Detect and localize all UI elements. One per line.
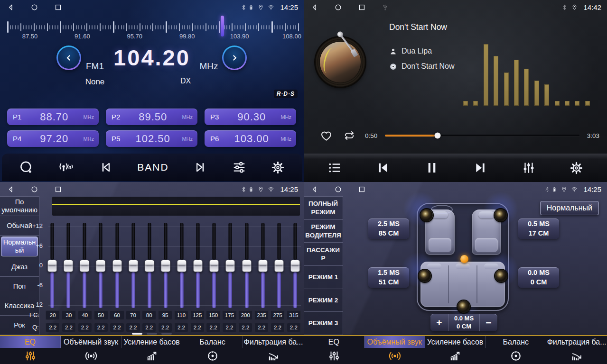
fc-value-box[interactable]: 175 xyxy=(222,310,236,320)
back-icon[interactable] xyxy=(7,185,15,193)
fc-value-box[interactable]: 125 xyxy=(190,310,205,320)
delay-front-left-button[interactable]: 2.5 MS 85 CM xyxy=(368,218,409,239)
tab-bass-boost[interactable]: Усиление басов xyxy=(121,336,182,364)
q-value-box[interactable]: 2.2 xyxy=(142,323,156,332)
surround-mode-item[interactable]: ПОЛНЫЙ РЕЖИМ xyxy=(304,197,343,220)
eq-preset-item[interactable]: По умолчанию xyxy=(0,197,39,216)
eq-band-slider[interactable] xyxy=(128,222,139,309)
home-icon[interactable] xyxy=(30,3,38,11)
home-icon[interactable] xyxy=(334,3,342,11)
tab-filter[interactable]: Фильтрация ба... xyxy=(243,336,304,364)
playlist-icon[interactable] xyxy=(327,161,342,175)
back-icon[interactable] xyxy=(7,3,15,11)
q-value-box[interactable]: 2.2 xyxy=(287,323,301,332)
recents-icon[interactable] xyxy=(54,3,62,11)
q-value-box[interactable]: 2.2 xyxy=(46,323,60,332)
preset-button-6[interactable]: P6103.00MHz xyxy=(205,130,296,147)
q-value-box[interactable]: 2.2 xyxy=(254,323,269,332)
eq-band-slider[interactable] xyxy=(257,222,269,309)
recents-icon[interactable] xyxy=(54,185,62,193)
eq-band-slider[interactable] xyxy=(160,222,171,309)
fc-value-box[interactable]: 235 xyxy=(254,310,269,320)
surround-mode-item[interactable]: РЕЖИМ 1 xyxy=(304,266,343,289)
broadcast-scan-icon[interactable] xyxy=(58,160,74,174)
gear-icon[interactable] xyxy=(271,161,285,174)
eq-band-slider[interactable] xyxy=(144,222,155,309)
tab-surround[interactable]: Объёмный звук xyxy=(61,336,121,364)
audio-settings-icon[interactable] xyxy=(232,160,246,174)
delay-front-right-button[interactable]: 0.5 MS 17 CM xyxy=(518,218,559,239)
surround-mode-item[interactable]: РЕЖИМ ВОДИТЕЛЯ xyxy=(304,220,343,243)
fc-value-box[interactable]: 30 xyxy=(62,310,76,320)
fc-value-box[interactable]: 60 xyxy=(110,310,124,320)
eq-band-slider[interactable] xyxy=(208,222,220,309)
preset-button-1[interactable]: P188.70MHz xyxy=(7,109,99,125)
eq-band-slider[interactable] xyxy=(63,222,74,309)
preset-button-5[interactable]: P5102.50MHz xyxy=(106,130,197,147)
q-value-box[interactable]: 2.2 xyxy=(271,323,285,332)
tab-eq[interactable]: EQ xyxy=(0,336,61,364)
delay-rear-right-button[interactable]: 0.0 MS 0 CM xyxy=(518,267,559,288)
fc-value-box[interactable]: 315 xyxy=(287,310,301,320)
surround-mode-item[interactable]: РЕЖИМ 3 xyxy=(304,312,343,335)
fc-value-box[interactable]: 150 xyxy=(206,310,220,320)
q-value-box[interactable]: 2.2 xyxy=(222,323,236,332)
repeat-icon[interactable] xyxy=(343,129,355,142)
eq-band-slider[interactable] xyxy=(47,222,58,309)
q-value-box[interactable]: 2.2 xyxy=(94,323,108,332)
surround-mode-item[interactable]: РЕЖИМ 2 xyxy=(304,289,343,312)
eq-band-slider[interactable] xyxy=(273,222,285,309)
fc-value-box[interactable]: 70 xyxy=(126,310,140,320)
back-icon[interactable] xyxy=(310,185,318,193)
preset-button-4[interactable]: P497.20MHz xyxy=(7,130,99,147)
eq-band-slider[interactable] xyxy=(224,222,236,309)
fc-value-box[interactable]: 80 xyxy=(142,310,156,320)
preset-button-3[interactable]: P390.30MHz xyxy=(205,109,296,125)
q-value-box[interactable]: 2.2 xyxy=(190,323,205,332)
q-value-box[interactable]: 2.2 xyxy=(62,323,76,332)
eq-band-slider[interactable] xyxy=(241,222,252,309)
q-value-box[interactable]: 2.2 xyxy=(206,323,220,332)
eq-band-slider[interactable] xyxy=(176,222,187,309)
fc-value-box[interactable]: 50 xyxy=(94,310,108,320)
frequency-scale[interactable]: 87.5091.6095.7099.80103.90108.00 xyxy=(0,17,304,43)
back-icon[interactable] xyxy=(310,3,318,11)
home-icon[interactable] xyxy=(334,185,342,193)
fc-value-box[interactable]: 110 xyxy=(174,310,188,320)
favorite-heart-icon[interactable] xyxy=(320,129,333,142)
listening-position-marker[interactable] xyxy=(460,255,468,263)
gear-icon[interactable] xyxy=(570,161,583,175)
search-icon[interactable] xyxy=(19,160,33,174)
tab-surround[interactable]: Объёмный звук xyxy=(364,336,425,364)
home-icon[interactable] xyxy=(30,185,38,193)
decrease-delay-button[interactable]: − xyxy=(480,314,497,331)
eq-band-slider[interactable] xyxy=(79,222,90,309)
preset-button-2[interactable]: P289.50MHz xyxy=(106,109,197,125)
seek-previous-icon[interactable] xyxy=(99,160,113,174)
eq-band-slider[interactable] xyxy=(95,222,106,309)
tab-balance[interactable]: Баланс xyxy=(486,336,546,364)
q-value-box[interactable]: 2.2 xyxy=(158,323,172,332)
tune-up-button[interactable] xyxy=(222,46,247,70)
increase-delay-button[interactable]: + xyxy=(430,314,448,331)
q-value-box[interactable]: 2.2 xyxy=(238,323,252,332)
q-value-box[interactable]: 2.2 xyxy=(126,323,140,332)
pause-icon[interactable] xyxy=(424,160,439,175)
seek-next-icon[interactable] xyxy=(193,160,207,174)
fc-value-box[interactable]: 40 xyxy=(78,310,92,320)
mixer-icon[interactable] xyxy=(522,161,536,175)
fc-value-box[interactable]: 275 xyxy=(271,310,285,320)
recents-icon[interactable] xyxy=(358,3,366,11)
seek-bar-knob[interactable] xyxy=(434,133,440,139)
q-value-box[interactable]: 2.2 xyxy=(78,323,92,332)
recents-icon[interactable] xyxy=(358,185,366,193)
tab-filter[interactable]: Фильтрация ба... xyxy=(546,336,607,364)
surround-mode-item[interactable]: ПАССАЖИР xyxy=(304,243,343,266)
previous-track-icon[interactable] xyxy=(375,160,391,175)
eq-band-slider[interactable] xyxy=(289,222,301,309)
fc-value-box[interactable]: 20 xyxy=(46,310,60,320)
q-value-box[interactable]: 2.2 xyxy=(174,323,188,332)
tab-bass-boost[interactable]: Усиление басов xyxy=(425,336,486,364)
tab-balance[interactable]: Баланс xyxy=(182,336,243,364)
eq-band-slider[interactable] xyxy=(192,222,204,309)
